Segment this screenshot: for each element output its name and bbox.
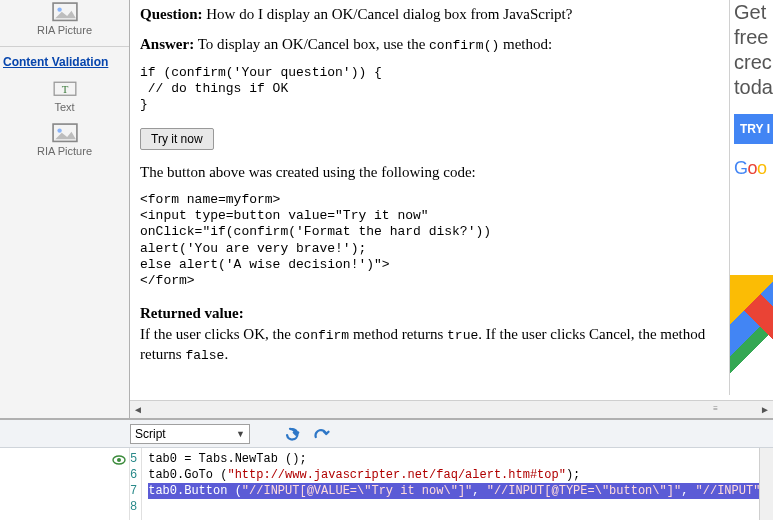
redo-button[interactable] xyxy=(310,423,332,445)
scroll-left-icon[interactable]: ◄ xyxy=(130,402,146,418)
ad-sidebar: Get free crec toda TRY I Goo xyxy=(729,0,773,395)
svg-point-5 xyxy=(57,129,61,133)
code-editor[interactable]: 5 6 7 8 tab0 = Tabs.NewTab ();tab0.GoTo … xyxy=(0,448,773,520)
script-type-combo[interactable]: Script ▼ xyxy=(130,424,250,444)
ad-text-line: toda xyxy=(730,75,773,100)
chevron-down-icon: ▼ xyxy=(236,429,245,439)
code-line-7-highlighted: tab0.Button ("//INPUT[@VALUE=\"Try it no… xyxy=(148,483,773,499)
content-validation-link[interactable]: Content Validation xyxy=(0,55,129,69)
page-body: Question: How do I display an OK/Cancel … xyxy=(134,0,724,375)
code-text[interactable]: tab0 = Tabs.NewTab ();tab0.GoTo ("http:/… xyxy=(142,448,773,520)
embedded-browser: Question: How do I display an OK/Cancel … xyxy=(130,0,773,418)
question-label: Question: xyxy=(140,6,203,22)
script-toolbar: Script ▼ xyxy=(0,420,773,448)
returned-value-paragraph: Returned value: If the user clicks OK, t… xyxy=(140,303,718,364)
explanation-paragraph: The button above was created using the f… xyxy=(140,162,718,182)
svg-text:T: T xyxy=(61,83,68,95)
svg-point-1 xyxy=(57,8,61,12)
ad-text-line: crec xyxy=(730,50,773,75)
code-block-2: <form name=myform> <input type=button va… xyxy=(140,192,718,290)
sidebar-label: Text xyxy=(0,101,129,113)
breakpoint-gutter[interactable] xyxy=(0,448,130,520)
ad-try-button[interactable]: TRY I xyxy=(734,114,773,144)
ria-picture-icon xyxy=(52,2,78,22)
answer-paragraph: Answer: To display an OK/Cancel box, use… xyxy=(140,34,718,55)
scroll-right-icon[interactable]: ► xyxy=(757,402,773,418)
code-line-5: tab0 = Tabs.NewTab (); xyxy=(148,451,773,467)
ad-text-line: free xyxy=(730,25,773,50)
sidebar-item-ria-picture-bottom[interactable]: RIA Picture xyxy=(0,123,129,157)
code-line-6: tab0.GoTo ("http://www.javascripter.net/… xyxy=(148,467,773,483)
ad-isometric-art xyxy=(730,275,773,395)
script-panel: Script ▼ 5 6 7 8 tab0 = Tabs.NewTab ();t… xyxy=(0,418,773,520)
line-number-gutter: 5 6 7 8 xyxy=(130,448,142,520)
returned-value-label: Returned value: xyxy=(140,305,244,321)
sidebar-label: RIA Picture xyxy=(0,145,129,157)
horizontal-scrollbar[interactable]: ◄ ≡ ► xyxy=(130,400,773,418)
question-paragraph: Question: How do I display an OK/Cancel … xyxy=(140,4,718,24)
text-tool-icon: T xyxy=(52,79,78,99)
sidebar-label: RIA Picture xyxy=(0,24,129,36)
inline-code: confirm() xyxy=(429,38,499,53)
svg-point-7 xyxy=(117,458,121,462)
tool-sidebar: RIA Picture Content Validation T Text RI… xyxy=(0,0,130,418)
question-text: How do I display an OK/Cancel dialog box… xyxy=(203,6,573,22)
sidebar-separator xyxy=(0,46,129,47)
sidebar-item-ria-picture-top[interactable]: RIA Picture xyxy=(0,2,129,36)
scroll-grip-icon[interactable]: ≡ xyxy=(706,403,726,415)
code-block-1: if (confirm('Your question')) { // do th… xyxy=(140,65,718,114)
answer-label: Answer: xyxy=(140,36,194,52)
sidebar-item-text[interactable]: T Text xyxy=(0,79,129,113)
ria-picture-icon xyxy=(52,123,78,143)
ad-text-line: Get xyxy=(730,0,773,25)
combo-value: Script xyxy=(135,427,166,441)
vertical-scrollbar[interactable] xyxy=(759,448,773,520)
eye-icon xyxy=(112,455,126,465)
scroll-track[interactable]: ≡ xyxy=(146,403,757,417)
try-it-now-button[interactable]: Try it now xyxy=(140,128,214,150)
google-logo: Goo xyxy=(730,158,773,179)
undo-button[interactable] xyxy=(282,423,304,445)
